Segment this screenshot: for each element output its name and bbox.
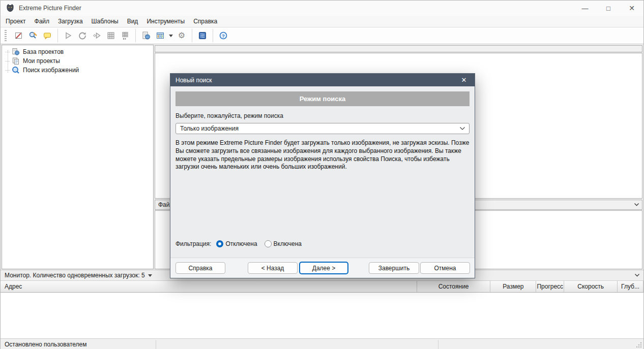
start-icon[interactable] [61,29,75,42]
restart-icon[interactable] [75,29,90,42]
toolbar-separator [57,29,58,42]
status-bar: Остановлено пользователем [1,338,643,349]
wizard-icon[interactable] [195,29,210,42]
toolbar-separator [213,29,213,42]
toolbar-grip[interactable] [5,30,7,41]
downloads-table-body [1,293,643,338]
new-search-dialog: Новый поиск ✕ Режим поиска Выберите, пож… [170,73,475,278]
mode-description: В этом режиме Extreme Picture Finder буд… [175,139,470,171]
tree-connector [5,61,10,61]
mode-select-label: Выберите, пожалуйста, режим поиска [175,112,470,119]
dialog-title: Новый поиск [175,77,212,84]
column-header-status[interactable]: Состояние [417,281,491,292]
radio-icon[interactable] [216,240,223,247]
dialog-close-icon[interactable]: ✕ [458,76,470,84]
comments-icon[interactable] [40,29,54,42]
filter-label: Фильтрация: [175,240,211,247]
sidebar-item-image-search[interactable]: Поиск изображений [2,66,153,75]
application-window: Extreme Picture Finder — □ ✕ Проект Файл… [0,0,644,349]
minimize-icon[interactable]: — [573,1,597,16]
downloads-table-header: Адрес Состояние Размер Прогресс Скорость… [1,281,643,293]
menu-download[interactable]: Загрузка [58,18,83,25]
column-header-depth[interactable]: Глуб... [618,281,643,292]
cancel-button[interactable]: Отмена [420,262,470,274]
filter-option-label: Отключена [225,240,257,247]
sidebar-item-label: Мои проекты [22,57,60,65]
title-bar: Extreme Picture Finder — □ ✕ [1,1,643,16]
app-icon [6,4,15,13]
search-mode-select[interactable]: Только изображения [175,123,470,134]
filter-option-disabled[interactable]: Отключена [216,240,257,247]
dialog-title-bar[interactable]: Новый поиск ✕ [170,74,475,86]
menu-view[interactable]: Вид [127,18,138,25]
chevron-down-icon[interactable] [634,203,639,206]
column-header-address[interactable]: Адрес [1,281,417,292]
toolbar-separator [135,29,136,42]
edit-project-icon[interactable] [12,29,26,42]
chevron-down-icon [460,127,465,130]
back-button[interactable]: < Назад [248,262,298,274]
maximize-icon[interactable]: □ [597,1,620,16]
thumbnails-icon[interactable] [104,29,118,42]
close-icon[interactable]: ✕ [620,1,643,16]
columns-dropdown-icon[interactable] [167,29,174,42]
column-header-size[interactable]: Размер [490,281,536,292]
resume-icon[interactable] [90,29,104,42]
dialog-step-header: Режим поиска [175,91,470,106]
search-mode-value: Только изображения [180,125,239,132]
filter-option-enabled[interactable]: Включена [265,240,302,247]
browser-icon[interactable] [139,29,153,42]
sidebar-item-label: Поиск изображений [22,67,79,74]
statusbar-divider [438,340,438,349]
image-search-icon [12,66,20,74]
help-button[interactable]: Справка [175,262,225,274]
resize-grip-icon[interactable] [636,342,642,348]
finish-button[interactable]: Завершить [369,262,419,274]
column-header-speed[interactable]: Скорость [564,281,618,292]
menu-tools[interactable]: Инструменты [147,18,185,25]
settings-icon[interactable]: ⚙ [174,29,189,42]
menu-file[interactable]: Файл [35,18,50,25]
next-button[interactable]: Далее > [300,262,348,274]
tree-connector [5,70,10,71]
results-header-strip [155,45,642,52]
tree-connector [5,52,10,52]
monitor-dropdown-icon[interactable] [148,274,152,277]
sidebar-item-my-projects[interactable]: Мои проекты [2,56,153,66]
status-text: Остановлено пользователем [5,341,87,348]
project-tree-panel: База проектов Мои проекты Поиск изображе… [2,45,154,269]
monitor-label: Монитор. Количество одновременных загруз… [5,272,145,279]
my-projects-icon [12,57,20,65]
sidebar-item-label: База проектов [22,48,64,55]
sidebar-item-projects-base[interactable]: База проектов [2,47,153,56]
columns-icon[interactable] [153,29,167,42]
statusbar-divider [156,340,156,349]
toolbar-separator [192,29,192,42]
menu-help[interactable]: Справка [193,18,217,25]
radio-icon[interactable] [265,240,272,247]
projects-base-icon [12,48,20,56]
filter-row: Фильтрация: Отключена Включена [175,240,302,247]
help-icon[interactable]: ? [216,29,230,42]
window-title: Extreme Picture Finder [19,5,81,12]
download-queue-icon[interactable] [118,29,132,42]
search-properties-icon[interactable] [26,29,40,42]
menu-bar: Проект Файл Загрузка Шаблоны Вид Инструм… [1,16,643,27]
window-controls: — □ ✕ [573,1,643,16]
menu-templates[interactable]: Шаблоны [92,18,119,25]
svg-text:?: ? [222,33,225,39]
toolbar: ⚙ ? [1,27,643,44]
menu-project[interactable]: Проект [6,18,26,25]
filter-option-label: Включена [274,240,302,247]
dialog-footer: Справка < Назад Далее > Завершить Отмена [170,258,475,278]
column-header-progress[interactable]: Прогресс [536,281,564,292]
monitor-collapse-icon[interactable] [635,274,639,277]
